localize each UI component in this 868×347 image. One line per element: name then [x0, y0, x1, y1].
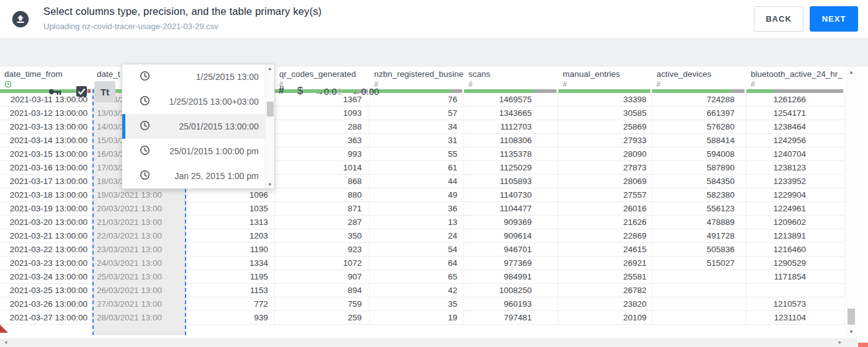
format-option-label: Jan 25, 2015 1:00 pm: [150, 171, 265, 181]
table-cell: 33398: [558, 93, 652, 107]
format-option-label: 1/25/2015 13:00: [150, 72, 265, 82]
numeric-type-indicator: #: [751, 81, 845, 88]
table-cell: 2021-03-13 13:00:00: [0, 120, 92, 134]
table-cell: 797481: [464, 311, 558, 325]
table-cell: 1238464: [746, 120, 845, 134]
table-cell: 871: [275, 202, 370, 216]
format-option[interactable]: Jan 25, 2015 1:00 pm: [122, 164, 265, 188]
format-option[interactable]: 25/01/2015 1:00:00 pm: [122, 139, 265, 164]
format-option-label: 1/25/2015 13:00+03:00: [150, 97, 265, 107]
numeric-type-indicator: #: [656, 81, 746, 88]
table-cell: 1093: [275, 107, 370, 120]
integer-type-button[interactable]: #: [279, 85, 284, 96]
text-type-button[interactable]: Tt: [94, 81, 115, 102]
format-option[interactable]: 1/25/2015 13:00+03:00: [122, 89, 265, 114]
currency-type-button[interactable]: $: [297, 85, 303, 97]
table-cell: 582380: [652, 188, 746, 202]
table-cell: 1072: [275, 257, 370, 270]
table-cell: 1224961: [746, 202, 845, 216]
table-cell: 1240704: [746, 147, 845, 161]
table-cell: 20/03/2021 13:00: [92, 202, 186, 216]
scrollbar-thumb[interactable]: [267, 102, 274, 116]
table-cell: 587890: [652, 161, 746, 175]
next-button[interactable]: NEXT: [810, 6, 858, 32]
table-cell: 1104477: [464, 202, 558, 216]
scroll-left-arrow[interactable]: ◄: [3, 340, 8, 345]
table-cell: 588414: [652, 134, 746, 147]
scrollbar-thumb[interactable]: [848, 309, 855, 325]
table-cell: 1035: [186, 202, 275, 216]
select-all-checkbox[interactable]: [76, 86, 87, 97]
table-cell: 27933: [558, 134, 652, 147]
scroll-up-arrow[interactable]: ▲: [266, 66, 274, 71]
table-cell: [652, 284, 746, 297]
table-cell: 1238123: [746, 161, 845, 175]
table-cell: 2021-03-16 13:00:00: [0, 161, 92, 175]
increase-precision-button[interactable]: →0.00: [315, 86, 342, 97]
clock-icon: [140, 145, 150, 158]
horizontal-scrollbar[interactable]: ◄ ►: [0, 338, 857, 347]
table-cell: 28/03/2021 13:00: [92, 311, 186, 325]
column-header-active_devices[interactable]: active_devices#: [652, 67, 746, 89]
column-name: bluetooth_active_24_hr_: [751, 69, 845, 79]
page-title: Select columns type, precision, and the …: [43, 6, 322, 17]
more-rows-marker: [0, 325, 8, 333]
table-cell: 287: [275, 216, 370, 229]
back-button[interactable]: BACK: [754, 6, 803, 32]
table-cell: 24615: [558, 243, 652, 257]
table-cell: 26921: [558, 257, 652, 270]
table-cell: 584350: [652, 175, 746, 188]
format-option[interactable]: 25/01/2015 13:00:00: [122, 114, 265, 139]
table-cell: 1135378: [464, 147, 558, 161]
table-cell: [652, 270, 746, 284]
table-cell: 22869: [558, 229, 652, 243]
format-option[interactable]: 1/25/2015 13:00: [122, 64, 265, 89]
table-cell: 1171854: [746, 270, 845, 284]
table-cell: 64: [370, 257, 464, 270]
upload-cloud-icon: [12, 11, 29, 28]
table-cell: 27/03/2021 13:00: [92, 297, 186, 311]
table-cell: 24/03/2021 13:00: [92, 257, 186, 270]
precision-digits: 0.0: [324, 86, 337, 97]
clock-icon: [140, 95, 150, 108]
table-row: 2021-03-25 13:00:0026/03/2021 13:0011538…: [0, 284, 845, 297]
table-cell: 26782: [558, 284, 652, 297]
table-cell: 26016: [558, 202, 652, 216]
scroll-down-arrow[interactable]: ▼: [846, 329, 857, 335]
column-name: manual_entries: [563, 69, 652, 79]
table-cell: 880: [275, 188, 370, 202]
table-cell: 2021-03-22 13:00:00: [0, 243, 92, 257]
table-cell: 909369: [464, 216, 558, 229]
scroll-down-arrow[interactable]: ▼: [266, 182, 274, 187]
column-header-scans[interactable]: scans#: [464, 67, 558, 89]
scroll-right-arrow[interactable]: ►: [838, 340, 843, 345]
table-cell: 1140730: [464, 188, 558, 202]
table-cell: 984991: [464, 270, 558, 284]
table-cell: 31: [370, 134, 464, 147]
table-cell: 1242956: [746, 134, 845, 147]
primary-key-icon[interactable]: [48, 87, 63, 99]
table-cell: 44: [370, 175, 464, 188]
table-cell: 288: [275, 120, 370, 134]
column-header-nzbn_registered_busine[interactable]: nzbn_registered_busine#: [370, 67, 464, 89]
decrease-precision-button[interactable]: ←0.00: [352, 86, 379, 97]
table-cell: 772: [186, 297, 275, 311]
table-cell: 19: [370, 311, 464, 325]
vertical-scrollbar[interactable]: ▲ ▼: [846, 67, 857, 338]
table-cell: [652, 311, 746, 325]
column-header-bluetooth_active_24_hr_[interactable]: bluetooth_active_24_hr_#: [746, 67, 845, 89]
precision-digits: 0.00: [361, 86, 379, 97]
table-cell: 42: [370, 284, 464, 297]
table-cell: 21/03/2021 13:00: [92, 216, 186, 229]
table-cell: 868: [275, 175, 370, 188]
column-header-manual_entries[interactable]: manual_entries#: [558, 67, 652, 89]
table-row: 2021-03-24 13:00:0025/03/2021 13:0011959…: [0, 270, 845, 284]
upload-status-text: Uploading nz-covid-tracer-usage-2021-03-…: [43, 22, 218, 31]
column-name: qr_codes_generated: [279, 69, 370, 79]
table-cell: 55: [370, 147, 464, 161]
dropdown-scrollbar[interactable]: ▲ ▼: [265, 64, 274, 188]
table-cell: 49: [370, 188, 464, 202]
table-cell: 54: [370, 243, 464, 257]
scroll-up-arrow[interactable]: ▲: [846, 69, 857, 75]
table-cell: 1105893: [464, 175, 558, 188]
